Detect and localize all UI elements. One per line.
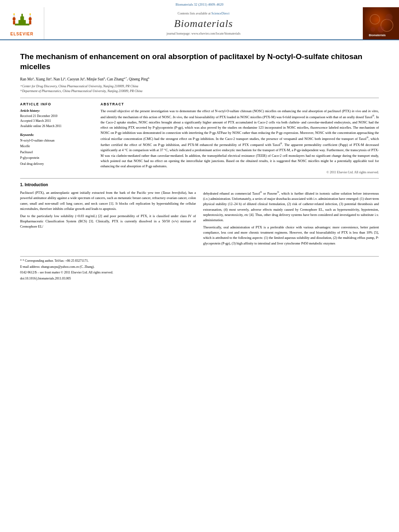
svg-rect-3	[21, 14, 23, 17]
keywords-label: Keywords:	[20, 133, 93, 137]
keywords-list: N-octyl-O-sulfate chitosan Micelle Pacli…	[20, 138, 93, 167]
svg-point-4	[12, 17, 15, 21]
author-ran-mo: Ran Moa	[20, 77, 34, 81]
author-qineng-ping: Qineng Pingb	[129, 77, 149, 81]
article-info-box: Article history: Received 21 December 20…	[20, 109, 93, 129]
elsevier-logo: ELSEVIER	[10, 11, 34, 36]
intro-para-1: Paclitaxel (PTX), an antineoplastic agen…	[20, 190, 196, 212]
svg-rect-5	[13, 21, 15, 24]
footnote-section: * * Corresponding author. Tel/fax: +86 2…	[20, 256, 379, 281]
svg-point-6	[29, 17, 31, 21]
author-caoyun-ju: Caoyun Jua	[67, 77, 84, 81]
abstract-heading: ABSTRACT	[101, 102, 379, 106]
intro-para-4: Theoretically, oral administration of PT…	[203, 225, 379, 246]
journal-homepage: journal homepage: www.elsevier.com/locat…	[167, 32, 241, 35]
keyword-3: Paclitaxel	[20, 150, 93, 155]
footnote-corresponding: * * Corresponding author. Tel/fax: +86 2…	[20, 259, 379, 264]
journal-badge-image: Biomaterials	[365, 7, 397, 39]
svg-point-10	[13, 13, 15, 15]
intro-para-2: Due to the particularly low solubility (…	[20, 214, 196, 230]
journal-center: Contents lists available at ScienceDirec…	[44, 7, 363, 39]
article-info-abstract-section: ARTICLE INFO Article history: Received 2…	[20, 102, 379, 174]
content-area: The mechanism of enhancement on oral abs…	[0, 40, 399, 288]
article-info-col: ARTICLE INFO Article history: Received 2…	[20, 102, 93, 174]
author-nan-li: Nan Lia	[53, 77, 66, 81]
keyword-4: P-glycoprotein	[20, 155, 93, 161]
introduction-section: 1. Introduction Paclitaxel (PTX), an ant…	[20, 183, 379, 248]
svg-point-17	[385, 14, 393, 21]
elsevier-text: ELSEVIER	[10, 32, 33, 36]
page: Biomaterials 32 (2011) 4609–4620	[0, 0, 399, 532]
keywords-section: Keywords: N-octyl-O-sulfate chitosan Mic…	[20, 133, 93, 167]
abstract-text: The overall objective of the present inv…	[101, 109, 379, 169]
svg-point-15	[378, 26, 384, 33]
introduction-title: 1. Introduction	[20, 183, 379, 187]
sciencedirect-link[interactable]: ScienceDirect	[212, 12, 230, 15]
available-date: Available online 26 March 2011	[20, 124, 93, 129]
intro-col-left: Paclitaxel (PTX), an antineoplastic agen…	[20, 190, 196, 248]
affiliations: ᵃ Center for Drug Discovery, China Pharm…	[20, 84, 379, 94]
article-title: The mechanism of enhancement on oral abs…	[20, 52, 379, 72]
received-date: Received 21 December 2010	[20, 114, 93, 119]
journal-badge-container: Biomaterials	[363, 7, 399, 39]
abstract-col: ABSTRACT The overall objective of the pr…	[101, 102, 379, 174]
history-label: Article history:	[20, 109, 93, 114]
author-can-zhang: Can Zhanga,*	[107, 77, 127, 81]
footnote-email: E-mail address: zhangcancpu@yahoo.com.cn…	[20, 265, 379, 270]
author-xiang-jin: Xiang Jina	[36, 77, 52, 81]
journal-name: Biomaterials	[174, 18, 233, 30]
abstract-copyright: © 2011 Elsevier Ltd. All rights reserved…	[101, 170, 379, 174]
svg-text:Biomaterials: Biomaterials	[369, 34, 386, 37]
journal-top-bar: ELSEVIER Contents lists available at Sci…	[0, 7, 399, 39]
affiliation-b: ᵇ Department of Pharmaceutics, China Pha…	[20, 89, 379, 94]
footnote-doi: doi:10.1016/j.biomaterials.2011.03.005	[20, 276, 379, 281]
journal-citation: Biomaterials 32 (2011) 4609–4620	[0, 2, 399, 6]
introduction-body: Paclitaxel (PTX), an antineoplastic agen…	[20, 190, 379, 248]
journal-header: Biomaterials 32 (2011) 4609–4620	[0, 0, 399, 40]
contents-line: Contents lists available at ScienceDirec…	[178, 12, 230, 15]
divider-top	[20, 98, 379, 98]
author-minjie-sun: Minjie Sunb	[86, 77, 105, 81]
article-info-heading: ARTICLE INFO	[20, 102, 93, 106]
authors-line: Ran Moa, Xiang Jina, Nan Lia, Caoyun Jua…	[20, 76, 379, 82]
svg-point-16	[370, 27, 375, 32]
svg-point-11	[29, 13, 31, 15]
elsevier-tree-icon	[10, 11, 34, 31]
keyword-2: Micelle	[20, 144, 93, 149]
svg-rect-7	[29, 21, 31, 24]
affiliation-a: ᵃ Center for Drug Discovery, China Pharm…	[20, 84, 379, 89]
elsevier-logo-container: ELSEVIER	[0, 7, 44, 39]
keyword-5: Oral drug delivery	[20, 161, 93, 167]
intro-para-3: dehydrated ethanol as commercial Taxol® …	[203, 190, 379, 223]
footnote-issn: 0142-9612/$ – see front matter © 2011 El…	[20, 270, 379, 275]
accepted-date: Accepted 3 March 2011	[20, 119, 93, 124]
divider-bottom	[20, 178, 379, 179]
journal-badge: Biomaterials	[365, 7, 397, 39]
intro-col-right: dehydrated ethanol as commercial Taxol® …	[203, 190, 379, 248]
keyword-1: N-octyl-O-sulfate chitosan	[20, 138, 93, 144]
